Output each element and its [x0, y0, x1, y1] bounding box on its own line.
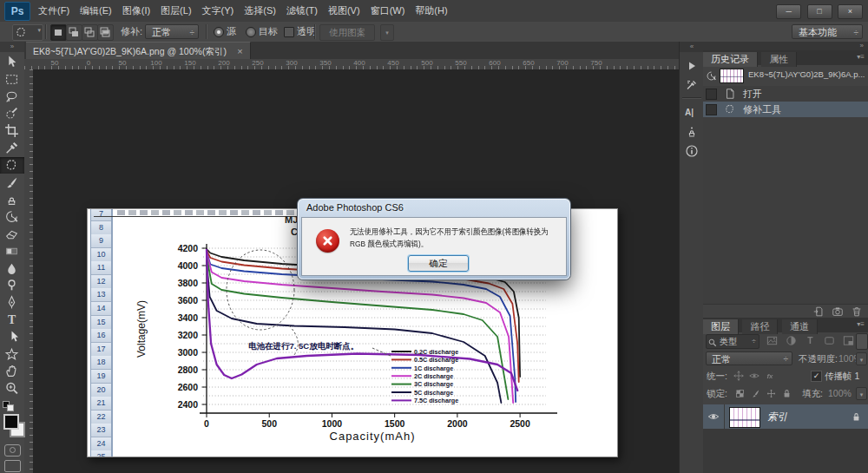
quick-mask-button[interactable] — [4, 444, 21, 457]
pixel-filter-icon[interactable] — [766, 334, 779, 347]
zoom-tool[interactable] — [0, 380, 24, 397]
unify-visibility-icon[interactable] — [748, 370, 760, 382]
fill-arrow-icon[interactable]: ▾ — [856, 387, 867, 400]
layer-name[interactable]: 索引 — [767, 404, 787, 429]
blend-mode-select[interactable]: 正常 ÷ — [706, 351, 792, 365]
opacity-arrow-icon[interactable]: ▾ — [856, 352, 867, 365]
patch-tool[interactable] — [0, 157, 24, 174]
history-step[interactable]: 修补工具 — [703, 102, 868, 117]
expand-dock-icon[interactable]: « — [680, 42, 704, 52]
collapse-dock-icon[interactable]: » — [860, 42, 864, 50]
foreground-color-swatch[interactable] — [3, 414, 19, 430]
menu-item[interactable]: 图层(L) — [155, 0, 196, 22]
menu-item[interactable]: 视图(V) — [323, 0, 365, 22]
new-snapshot-icon[interactable] — [832, 305, 844, 318]
transparent-checkbox[interactable] — [284, 27, 294, 37]
workspace-switcher[interactable]: 基本功能 ÷ — [792, 24, 863, 39]
adjustment-filter-icon[interactable] — [785, 334, 798, 347]
brush-tool[interactable] — [0, 174, 24, 191]
history-source-checkbox[interactable] — [706, 104, 717, 115]
tab-layers[interactable]: 图层 — [703, 319, 739, 334]
pattern-picker-arrow-icon[interactable]: ▾ — [380, 24, 394, 41]
maximize-icon[interactable]: □ — [807, 4, 832, 19]
panel-menu-icon[interactable]: ▾≡ — [857, 320, 865, 328]
use-pattern-button[interactable]: 使用图案 — [319, 24, 375, 41]
move-tool[interactable] — [0, 54, 24, 70]
info-panel-icon[interactable] — [683, 142, 700, 160]
history-step[interactable]: 打开 — [703, 86, 868, 102]
toolbar-collapse-icon[interactable]: » — [0, 42, 24, 52]
target-radio[interactable] — [246, 27, 256, 37]
smart-object-filter-icon[interactable] — [842, 334, 855, 347]
panel-menu-icon[interactable]: ▾≡ — [857, 53, 865, 61]
layer-row[interactable]: 索引 — [703, 404, 868, 429]
dodge-tool[interactable] — [0, 277, 24, 293]
tab-properties[interactable]: 属性 — [761, 52, 797, 67]
ok-button[interactable]: 确定 — [408, 255, 469, 272]
tab-paths[interactable]: 路径 — [742, 319, 778, 334]
layer-filter-select[interactable]: 类型 ÷ — [706, 334, 760, 349]
type-tool[interactable]: T — [0, 312, 24, 328]
screen-mode-button[interactable] — [4, 460, 21, 472]
source-radio[interactable] — [214, 27, 224, 37]
menu-item[interactable]: 帮助(H) — [410, 0, 452, 22]
history-brush-tool[interactable] — [0, 208, 24, 225]
clone-source-panel-icon[interactable] — [683, 123, 700, 141]
new-doc-from-state-icon[interactable] — [812, 305, 825, 318]
crop-tool[interactable] — [0, 122, 24, 139]
document-tab[interactable]: EK8~5{7L)AY'G0)2B_9K)6A.png @ 100%(索引) × — [26, 42, 251, 60]
unify-position-icon[interactable] — [733, 370, 745, 382]
add-selection-mode-button[interactable] — [66, 24, 82, 41]
blur-tool[interactable] — [0, 260, 24, 277]
history-brush-source-icon[interactable] — [706, 69, 717, 81]
tool-presets-panel-icon[interactable] — [683, 76, 700, 94]
character-panel-icon[interactable]: A| — [683, 104, 700, 122]
layer-thumbnail[interactable] — [729, 407, 760, 428]
type-filter-icon[interactable]: T — [804, 334, 817, 347]
menu-item[interactable]: 编辑(E) — [75, 0, 117, 22]
menu-item[interactable]: 窗口(W) — [365, 0, 411, 22]
new-selection-mode-button[interactable] — [50, 24, 67, 41]
menu-item[interactable]: 图像(I) — [117, 0, 155, 22]
subtract-selection-mode-button[interactable] — [82, 24, 98, 41]
layer-filter-toggle[interactable] — [856, 333, 868, 350]
menu-item[interactable]: 选择(S) — [239, 0, 281, 22]
layer-visibility-toggle[interactable] — [703, 404, 725, 429]
clone-stamp-tool[interactable] — [0, 191, 24, 207]
lock-all-icon[interactable] — [781, 387, 792, 398]
tab-close-icon[interactable]: × — [237, 46, 242, 56]
rectangular-marquee-tool[interactable] — [0, 71, 24, 88]
lock-position-icon[interactable] — [766, 387, 777, 398]
unify-style-icon[interactable]: fx — [764, 370, 776, 382]
shape-filter-icon[interactable] — [823, 334, 836, 347]
tab-history[interactable]: 历史记录 — [703, 52, 758, 67]
snapshot-thumbnail[interactable] — [720, 69, 744, 83]
intersect-selection-mode-button[interactable] — [97, 24, 114, 41]
eyedropper-tool[interactable] — [0, 140, 24, 156]
eraser-tool[interactable] — [0, 226, 24, 242]
patch-mode-select[interactable]: 正常 ÷ — [145, 24, 199, 39]
close-icon[interactable]: × — [838, 4, 863, 19]
propagate-frame-checkbox[interactable]: ✓ — [811, 371, 822, 382]
fill-value[interactable]: 100% — [828, 385, 852, 401]
lasso-tool[interactable] — [0, 89, 24, 105]
lock-pixels-icon[interactable] — [750, 387, 761, 398]
lock-transparency-icon[interactable] — [734, 387, 746, 398]
tab-channels[interactable]: 通道 — [782, 319, 818, 334]
menu-item[interactable]: 文字(Y) — [197, 0, 240, 22]
default-colors-icon[interactable] — [3, 401, 15, 411]
tool-preset-picker[interactable]: ▾ — [12, 24, 43, 41]
path-selection-tool[interactable] — [0, 329, 24, 345]
pen-tool[interactable] — [0, 294, 24, 311]
quick-selection-tool[interactable] — [0, 105, 24, 122]
delete-state-icon[interactable] — [851, 305, 863, 318]
custom-shape-tool[interactable] — [0, 346, 24, 363]
menu-item[interactable]: 滤镜(T) — [281, 0, 323, 22]
minimize-icon[interactable]: ─ — [776, 4, 801, 19]
history-snapshot-row[interactable]: EK8~5(7L)AY'G0)2B_9K)6A.p... — [703, 67, 868, 84]
menu-item[interactable]: 文件(F) — [33, 0, 75, 22]
history-source-checkbox[interactable] — [706, 89, 717, 100]
actions-panel-icon[interactable] — [683, 57, 700, 75]
hand-tool[interactable] — [0, 363, 24, 379]
gradient-tool[interactable] — [0, 243, 24, 259]
